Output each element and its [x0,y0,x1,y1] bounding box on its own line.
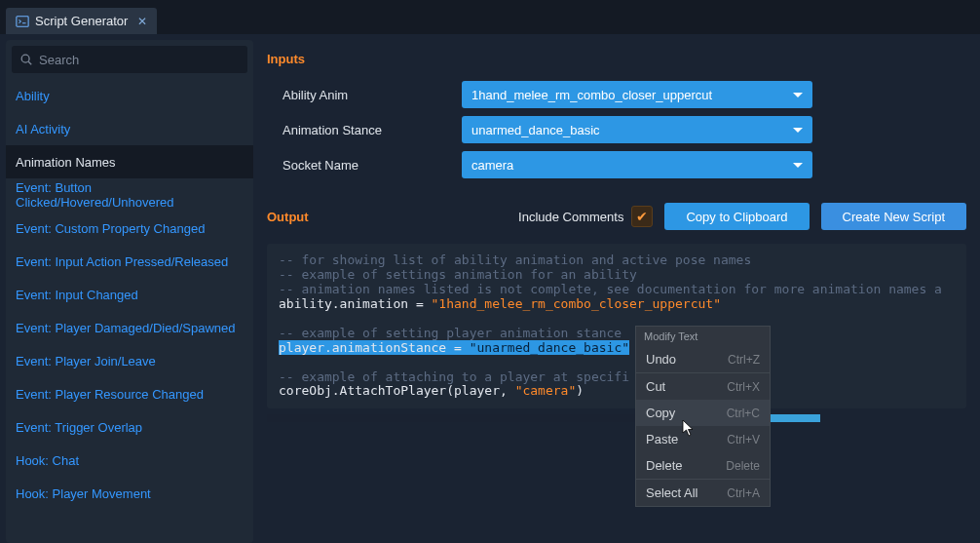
sidebar-item-5[interactable]: Event: Input Action Pressed/Released [6,245,253,278]
sidebar-item-3[interactable]: Event: Button Clicked/Hovered/Unhovered [6,178,253,212]
tab-script-generator[interactable]: Script Generator ✕ [6,8,157,34]
sidebar-item-1[interactable]: AI Activity [6,112,253,145]
field-label: Animation Stance [267,123,462,137]
sidebar-item-6[interactable]: Event: Input Changed [6,278,253,311]
ctx-select-all[interactable]: Select AllCtrl+A [636,480,770,506]
svg-line-2 [28,61,31,64]
chevron-down-icon [793,93,803,97]
sidebar-item-10[interactable]: Event: Trigger Overlap [6,410,253,444]
sidebar-list: AbilityAI ActivityAnimation NamesEvent: … [6,79,253,543]
dropdown-value: camera [471,158,513,173]
sidebar-item-12[interactable]: Hook: Player Movement [6,477,253,510]
svg-point-1 [21,55,29,62]
search-icon [19,53,33,66]
code-text: coreObj.AttachToPlayer(player, [279,383,515,398]
scrollbar-thumb[interactable] [766,414,820,422]
field-label: Socket Name [267,158,462,173]
output-header-label: Output [267,210,309,224]
dropdown-animation-stance[interactable]: unarmed_dance_basic [462,116,812,143]
field-ability-anim: Ability Anim 1hand_melee_rm_combo_closer… [267,80,966,109]
svg-rect-0 [17,16,28,26]
code-comment: -- example of setting player animation s… [279,326,622,340]
chevron-down-icon [793,163,803,168]
script-icon [16,15,29,28]
sidebar: AbilityAI ActivityAnimation NamesEvent: … [6,40,253,543]
sidebar-item-7[interactable]: Event: Player Damaged/Died/Spawned [6,311,253,344]
ctx-cut[interactable]: CutCtrl+X [636,373,770,400]
ctx-paste[interactable]: PasteCtrl+V [636,426,770,452]
context-menu: Modify Text UndoCtrl+Z CutCtrl+X CopyCtr… [635,326,771,507]
field-socket-name: Socket Name camera [267,150,966,179]
code-string: "camera" [515,383,577,398]
code-text: ability.animation = [279,296,432,311]
field-animation-stance: Animation Stance unarmed_dance_basic [267,115,966,144]
search-box[interactable] [12,46,247,73]
output-header: Output Include Comments ✔ Copy to Clipbo… [267,203,966,230]
create-new-script-button[interactable]: Create New Script [821,203,966,230]
code-output[interactable]: -- for showing list of ability animation… [267,244,966,408]
dropdown-value: unarmed_dance_basic [471,123,600,137]
code-selection: player.animationStance = "unarmed_dance_… [279,340,629,355]
sidebar-item-9[interactable]: Event: Player Resource Changed [6,377,253,410]
sidebar-item-4[interactable]: Event: Custom Property Changed [6,212,253,245]
ctx-undo[interactable]: UndoCtrl+Z [636,346,770,372]
ctx-copy[interactable]: CopyCtrl+C [636,400,770,426]
include-comments-checkbox[interactable]: ✔ [631,206,653,227]
sidebar-item-0[interactable]: Ability [6,79,253,112]
sidebar-item-11[interactable]: Hook: Chat [6,444,253,477]
copy-to-clipboard-button[interactable]: Copy to Clipboard [664,203,809,230]
include-comments-wrap: Include Comments ✔ [518,206,653,227]
chevron-down-icon [793,128,803,133]
search-input[interactable] [39,53,240,67]
dropdown-value: 1hand_melee_rm_combo_closer_uppercut [471,88,712,102]
context-menu-title: Modify Text [636,327,770,346]
sidebar-item-2[interactable]: Animation Names [6,145,253,178]
code-comment: -- example of settings animation for an … [279,267,637,282]
inputs-header: Inputs [267,52,966,66]
code-comment: -- for showing list of ability animation… [279,252,751,267]
titlebar: Script Generator ✕ [0,0,980,34]
tab-title: Script Generator [35,14,128,28]
dropdown-socket-name[interactable]: camera [462,151,812,178]
include-comments-label: Include Comments [518,210,623,224]
code-string: "1hand_melee_rm_combo_closer_uppercut" [432,296,721,311]
code-comment: -- animation names listed is not complet… [279,282,942,296]
ctx-delete[interactable]: DeleteDelete [636,452,770,479]
field-label: Ability Anim [267,88,462,102]
close-icon[interactable]: ✕ [137,15,147,28]
main: AbilityAI ActivityAnimation NamesEvent: … [0,34,980,543]
panel: Inputs Ability Anim 1hand_melee_rm_combo… [253,40,980,543]
dropdown-ability-anim[interactable]: 1hand_melee_rm_combo_closer_uppercut [462,81,812,108]
code-comment: -- example of attaching to a player at s… [279,369,629,384]
sidebar-item-8[interactable]: Event: Player Join/Leave [6,344,253,377]
code-text: ) [576,383,584,398]
